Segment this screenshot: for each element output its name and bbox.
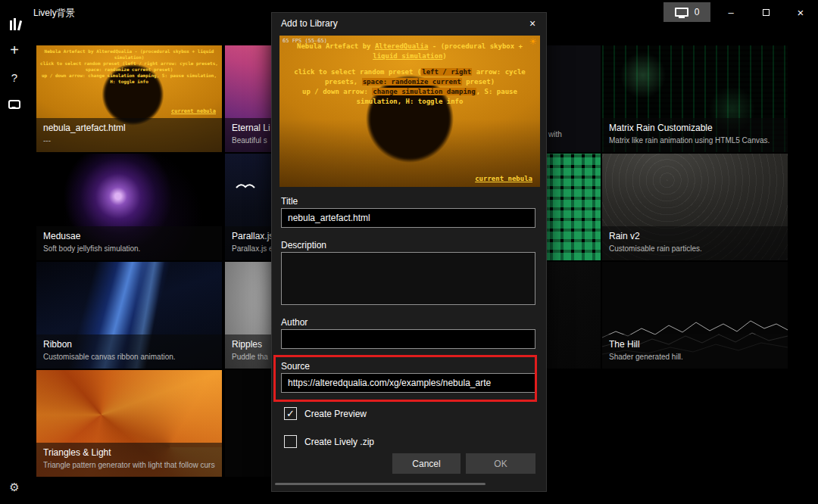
tile-title: Matrix Rain Customizable	[609, 123, 781, 134]
tile-title: Medusae	[43, 231, 215, 242]
wallpaper-tile-triangles[interactable]: Triangles & Light Triangle pattern gener…	[36, 370, 222, 477]
dialog-title: Add to Library	[281, 18, 338, 29]
tile-label: Medusae Soft body jellyfish simulation.	[36, 226, 222, 260]
preview-line3: up / down arrow: change simulation dampi…	[285, 87, 535, 107]
sidebar-item-feedback[interactable]	[0, 95, 29, 114]
tile-subtitle: Matrix like rain animation using HTML5 C…	[609, 135, 781, 145]
wallpaper-tile-medusae[interactable]: Medusae Soft body jellyfish simulation.	[36, 154, 222, 260]
app-window: Lively背景 0 – × + ? ⚙ Nebula Artefact by …	[0, 0, 818, 504]
sidebar-item-add[interactable]: +	[0, 41, 29, 59]
plus-icon: +	[10, 42, 19, 58]
wallpaper-tile-matrix[interactable]: Matrix Rain Customizable Matrix like rai…	[602, 45, 788, 152]
gear-icon: ⚙	[9, 481, 19, 494]
sidebar-item-help[interactable]: ?	[0, 68, 29, 86]
feedback-icon	[8, 100, 20, 109]
wallpaper-tile-nebula[interactable]: Nebula Artefact by AlteredQualia - (proc…	[36, 45, 222, 152]
sidebar-item-library[interactable]	[0, 15, 29, 33]
tile-title: nebula_artefact.html	[43, 123, 215, 134]
description-input[interactable]	[281, 252, 535, 305]
dialog-close-button[interactable]: ×	[523, 15, 542, 32]
create-zip-checkbox[interactable]	[284, 435, 297, 448]
minimize-button[interactable]: –	[713, 0, 748, 24]
source-label: Source	[281, 361, 310, 372]
library-icon	[10, 18, 20, 30]
tile-subtitle: Soft body jellyfish simulation.	[43, 244, 215, 254]
liquid-simulation-link[interactable]: liquid simulation	[373, 52, 442, 60]
wallpaper-tile-ribbon[interactable]: Ribbon Customisable canvas ribbon animat…	[36, 262, 222, 369]
tile-subtitle: Triangle pattern generator with light th…	[43, 460, 215, 470]
nebula-badge: current_nebula	[171, 108, 216, 114]
close-button[interactable]: ×	[783, 0, 818, 24]
ok-button[interactable]: OK	[466, 453, 535, 474]
tile-subtitle: Customisable canvas ribbon animation.	[43, 352, 215, 362]
tile-label: Rain v2 Customisable rain particles.	[602, 226, 788, 260]
tile-title: Triangles & Light	[43, 447, 215, 459]
tile-label: nebula_artefact.html ---	[36, 118, 222, 152]
tile-label: The Hill Shader generated hill.	[602, 334, 788, 369]
create-preview-label: Create Preview	[304, 409, 367, 419]
wallpaper-tile-rain[interactable]: Rain v2 Customisable rain particles.	[602, 154, 788, 260]
author-input[interactable]	[281, 329, 535, 349]
add-to-library-dialog: Add to Library × 65 FPS (55-65) ☀ Nebula…	[271, 12, 547, 492]
description-label: Description	[281, 240, 326, 250]
horizontal-scrollbar[interactable]	[275, 483, 485, 485]
preview-line1: Nebula Artefact by AlteredQualia - (proc…	[285, 42, 535, 61]
author-label: Author	[281, 317, 308, 328]
tile-title: Rain v2	[609, 231, 781, 242]
display-select-button[interactable]: 0	[663, 2, 710, 22]
create-preview-checkbox[interactable]: ✓	[284, 407, 297, 420]
monitor-icon	[675, 8, 688, 17]
question-icon: ?	[11, 71, 17, 84]
sidebar: + ? ⚙	[0, 0, 29, 504]
tile-subtitle: ---	[43, 135, 215, 145]
maximize-button[interactable]	[748, 0, 783, 24]
tile-subtitle: Shader generated hill.	[609, 352, 781, 362]
create-zip-label: Create Lively .zip	[304, 437, 374, 447]
preview-line2: click to select random preset (left / ri…	[285, 67, 535, 87]
create-preview-row: ✓ Create Preview	[284, 407, 367, 420]
wallpaper-preview: 65 FPS (55-65) ☀ Nebula Artefact by Alte…	[279, 36, 540, 187]
title-label: Title	[281, 196, 298, 207]
preview-info-text: Nebula Artefact by AlteredQualia - (proc…	[285, 42, 535, 107]
tile-label: Triangles & Light Triangle pattern gener…	[36, 443, 222, 477]
alteredqualia-link[interactable]: AlteredQualia	[375, 42, 428, 50]
tile-label: Ribbon Customisable canvas ribbon animat…	[36, 334, 222, 369]
create-zip-row: Create Lively .zip	[284, 435, 374, 448]
wallpaper-tile-hill[interactable]: The Hill Shader generated hill.	[602, 262, 788, 369]
tile-subtitle-tail: with	[548, 130, 562, 138]
display-count: 0	[695, 7, 700, 17]
maximize-icon	[763, 9, 770, 16]
bird-icon	[236, 181, 255, 190]
app-title: Lively背景	[33, 7, 75, 20]
tile-title: The Hill	[609, 339, 781, 350]
cancel-button[interactable]: Cancel	[392, 453, 461, 474]
tile-title: Ribbon	[43, 339, 215, 350]
nebula-overlay-info: Nebula Artefact by AlteredQualia - (proc…	[39, 48, 220, 85]
title-input[interactable]	[281, 208, 535, 228]
current-nebula-badge: current_nebula	[475, 175, 532, 182]
tile-label: Matrix Rain Customizable Matrix like rai…	[602, 118, 788, 152]
source-input[interactable]	[281, 373, 535, 393]
sidebar-item-settings[interactable]: ⚙	[0, 478, 29, 496]
tile-subtitle: Customisable rain particles.	[609, 244, 781, 254]
window-controls: 0 – ×	[663, 0, 818, 24]
